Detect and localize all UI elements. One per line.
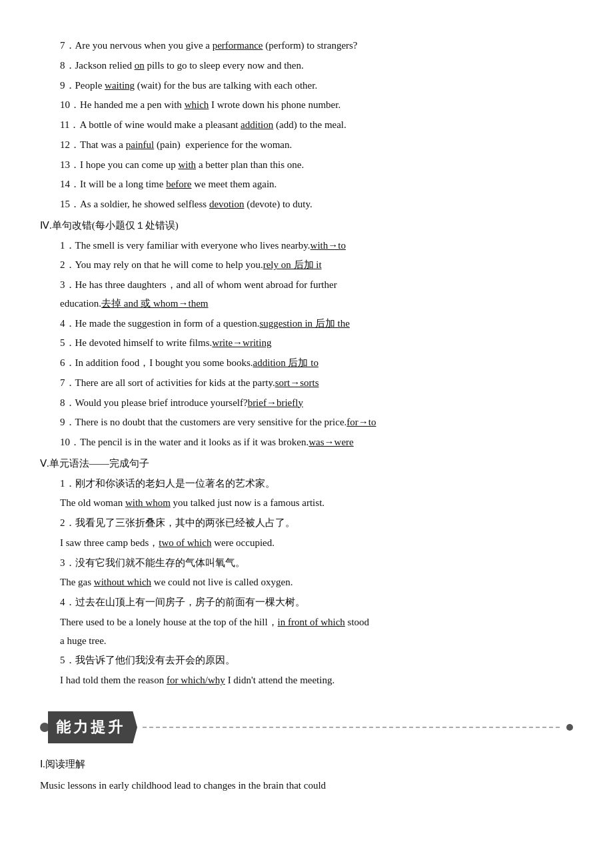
section-5-title: Ⅴ.单元语法——完成句子 xyxy=(40,455,573,473)
s5-question-3-en: The gas without which we could not live … xyxy=(40,573,573,592)
s4-question-6: 6．In addition food，I bought you some boo… xyxy=(40,354,573,373)
s5-question-4-en: There used to be a lonely house at the t… xyxy=(40,613,573,632)
question-13: 13．I hope you can come up with a better … xyxy=(40,156,573,175)
s4-question-5: 5．He devoted himself to write films.writ… xyxy=(40,334,573,353)
q7-underline: performance xyxy=(213,40,263,51)
ability-dot-right xyxy=(566,724,573,731)
s5-question-2-cn: 2．我看见了三张折叠床，其中的两张已经被人占了。 xyxy=(40,514,573,533)
q9-underline: waiting xyxy=(105,80,135,91)
reading-text: Music lessons in early childhood lead to… xyxy=(40,777,573,795)
s5-question-1-en: The old woman with whom you talked just … xyxy=(40,494,573,513)
s4-question-4: 4．He made the suggestion in form of a qu… xyxy=(40,315,573,333)
s5-question-1-cn: 1．刚才和你谈话的老妇人是一位著名的艺术家。 xyxy=(40,475,573,493)
question-14: 14．It will be a long time before we meet… xyxy=(40,175,573,194)
s4q9-correction: for→to xyxy=(346,417,376,427)
question-12: 12．That was a painful (pain) experience … xyxy=(40,136,573,155)
s5-question-2-en: I saw three camp beds，two of which were … xyxy=(40,534,573,553)
reading-section-title: Ⅰ.阅读理解 xyxy=(40,755,573,774)
question-15: 15．As a soldier, he showed selfless devo… xyxy=(40,195,573,214)
question-10: 10．He handed me a pen with which I wrote… xyxy=(40,96,573,115)
s4q3-correction: 去掉 and 或 whom→them xyxy=(101,298,208,309)
question-7: 7．Are you nervous when you give a perfor… xyxy=(40,37,573,55)
s5-question-5-cn: 5．我告诉了他们我没有去开会的原因。 xyxy=(40,651,573,670)
s5-question-4-cn: 4．过去在山顶上有一间房子，房子的前面有一棵大树。 xyxy=(40,593,573,612)
s4-question-10: 10．The pencil is in the water and it loo… xyxy=(40,433,573,452)
q10-underline: which xyxy=(185,99,209,110)
section-4-title: Ⅳ.单句改错(每小题仅１处错误) xyxy=(40,217,573,235)
q8-underline: on xyxy=(135,60,145,71)
main-content: 7．Are you nervous when you give a perfor… xyxy=(40,37,573,795)
s5-question-5-en: I had told them the reason for which/why… xyxy=(40,671,573,690)
question-9: 9．People waiting (wait) for the bus are … xyxy=(40,77,573,95)
s5-question-3-cn: 3．没有它我们就不能生存的气体叫氧气。 xyxy=(40,554,573,573)
s4-question-3: 3．He has three daughters，and all of whom… xyxy=(40,276,573,295)
question-8: 8．Jackson relied on pills to go to sleep… xyxy=(40,57,573,75)
s5-question-4-wrap: a huge tree. xyxy=(40,632,573,651)
s4q10-correction: was→were xyxy=(308,437,353,447)
s4q4-correction: suggestion in 后加 the xyxy=(260,318,350,329)
s4-question-7: 7．There are all sort of activities for k… xyxy=(40,374,573,393)
s5q4-underline: in front of which xyxy=(278,617,345,627)
s4q5-correction: write→writing xyxy=(212,337,271,348)
ability-dashes xyxy=(143,727,560,728)
s5q5-underline: for which/why xyxy=(167,675,225,685)
s4-question-2: 2．You may rely on that he will come to h… xyxy=(40,256,573,275)
s4-question-8: 8．Would you please brief introduce yours… xyxy=(40,394,573,413)
q12-underline: painful xyxy=(126,139,155,150)
s4q7-correction: sort→sorts xyxy=(275,377,319,388)
s4q6-correction: addition 后加 to xyxy=(253,357,318,368)
s4q1-correction: with→to xyxy=(310,240,346,251)
s5q2-underline: two of which xyxy=(159,537,211,548)
s4q8-correction: brief→briefly xyxy=(248,397,303,408)
ability-label: 能力提升 xyxy=(48,711,137,744)
q11-underline: addition xyxy=(241,119,273,130)
q15-underline: devotion xyxy=(209,199,245,209)
s4q2-correction: rely on 后加 it xyxy=(263,259,322,270)
s4-question-1: 1．The smell is very familiar with everyo… xyxy=(40,237,573,255)
ability-section-header: 能力提升 xyxy=(40,711,573,744)
question-11: 11．A bottle of wine would make a pleasan… xyxy=(40,116,573,135)
ability-dot-left xyxy=(40,723,49,732)
s5q3-underline: without which xyxy=(94,577,151,587)
s4-question-9: 9．There is no doubt that the customers a… xyxy=(40,413,573,432)
s5q1-underline: with whom xyxy=(125,497,171,508)
q14-underline: before xyxy=(166,179,191,189)
s4-question-3-wrap: education.去掉 and 或 whom→them xyxy=(40,295,573,313)
q13-underline: with xyxy=(178,159,196,170)
